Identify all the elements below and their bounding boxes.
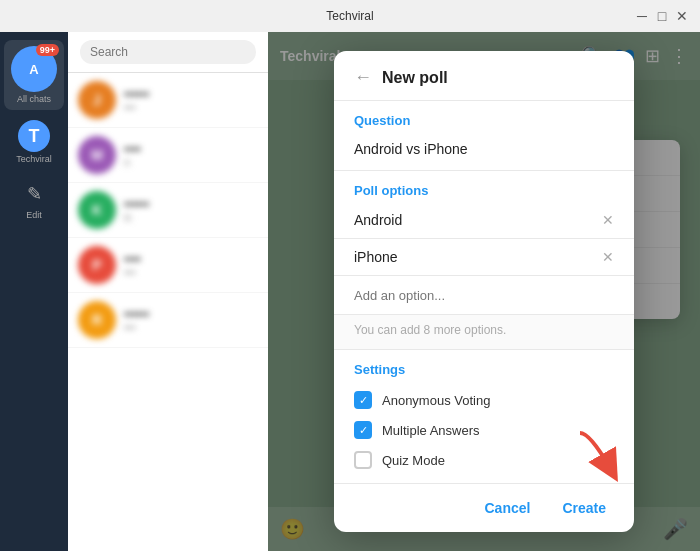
multiple-answers-row: ✓ Multiple Answers: [354, 415, 614, 445]
window-controls: ─ □ ✕: [636, 10, 688, 22]
title-bar: Techviral ─ □ ✕: [0, 0, 700, 32]
chat-info: •••••• •••: [124, 307, 258, 333]
poll-option-android-input[interactable]: [354, 212, 594, 228]
avatar: M: [78, 136, 116, 174]
clear-iphone-button[interactable]: ✕: [602, 249, 614, 265]
chat-name: ••••••: [124, 87, 258, 101]
chat-preview: •••: [124, 101, 258, 113]
close-button[interactable]: ✕: [676, 10, 688, 22]
edit-icon: ✎: [20, 180, 48, 208]
list-item[interactable]: R •••••• •••: [68, 293, 268, 348]
poll-option-iphone: ✕: [334, 239, 634, 276]
list-item[interactable]: M •••• n: [68, 128, 268, 183]
anonymous-voting-checkbox[interactable]: ✓: [354, 391, 372, 409]
question-input[interactable]: [354, 141, 614, 157]
avatar: J: [78, 81, 116, 119]
cancel-button[interactable]: Cancel: [476, 496, 538, 520]
anonymous-voting-label: Anonymous Voting: [382, 393, 490, 408]
chat-name: ••••: [124, 252, 258, 266]
multiple-answers-checkbox[interactable]: ✓: [354, 421, 372, 439]
chat-preview: •••: [124, 266, 258, 278]
chat-name: ••••••: [124, 197, 258, 211]
avatar: R: [78, 301, 116, 339]
dialog-overlay: ← New poll Question Poll options: [268, 32, 700, 551]
chat-name: ••••••: [124, 307, 258, 321]
list-item[interactable]: K •••••• ic: [68, 183, 268, 238]
dialog-title: New poll: [382, 69, 448, 87]
sidebar-item-techviral[interactable]: T Techviral: [4, 114, 64, 170]
avatar[interactable]: A 99+: [11, 46, 57, 92]
list-item[interactable]: P •••• •••: [68, 238, 268, 293]
sidebar-item-edit[interactable]: ✎ Edit: [4, 174, 64, 226]
poll-option-iphone-input[interactable]: [354, 249, 594, 265]
chat-info: •••••• •••: [124, 87, 258, 113]
check-icon: ✓: [359, 394, 368, 407]
techviral-icon: T: [18, 120, 50, 152]
search-bar: [68, 32, 268, 73]
sidebar-item-allchats[interactable]: A 99+ All chats: [4, 40, 64, 110]
chat-area: Techviral 🔍 👥 ⊞ ⋮ a group members histor…: [268, 32, 700, 551]
multiple-answers-label: Multiple Answers: [382, 423, 480, 438]
dialog-header: ← New poll: [334, 51, 634, 101]
avatar: P: [78, 246, 116, 284]
new-poll-dialog: ← New poll Question Poll options: [334, 51, 634, 532]
list-item[interactable]: J •••••• •••: [68, 73, 268, 128]
sidebar: A 99+ All chats T Techviral ✎ Edit: [0, 32, 68, 551]
notification-badge: 99+: [36, 44, 59, 56]
create-button[interactable]: Create: [554, 496, 614, 520]
settings-section: Settings ✓ Anonymous Voting ✓: [334, 350, 634, 483]
maximize-button[interactable]: □: [656, 10, 668, 22]
chat-name: ••••: [124, 142, 258, 156]
chat-info: •••• n: [124, 142, 258, 168]
sidebar-label-edit: Edit: [26, 210, 42, 220]
anonymous-voting-row: ✓ Anonymous Voting: [354, 385, 614, 415]
quiz-mode-checkbox[interactable]: [354, 451, 372, 469]
quiz-mode-label: Quiz Mode: [382, 453, 445, 468]
chat-preview: n: [124, 156, 258, 168]
dialog-footer: Cancel Create: [334, 483, 634, 532]
quiz-mode-row: Quiz Mode: [354, 445, 614, 475]
main-content: A 99+ All chats T Techviral ✎ Edit J: [0, 32, 700, 551]
search-input[interactable]: [80, 40, 256, 64]
sidebar-label-techviral: Techviral: [16, 154, 52, 164]
question-section-label: Question: [334, 101, 634, 132]
poll-option-android: ✕: [334, 202, 634, 239]
chat-info: •••••• ic: [124, 197, 258, 223]
dialog-body: Question Poll options ✕ ✕: [334, 101, 634, 483]
chat-info: •••• •••: [124, 252, 258, 278]
window-title: Techviral: [326, 9, 373, 23]
avatar: K: [78, 191, 116, 229]
sidebar-label-allchats: All chats: [17, 94, 51, 104]
clear-android-button[interactable]: ✕: [602, 212, 614, 228]
poll-options-label: Poll options: [334, 171, 634, 202]
settings-label: Settings: [354, 358, 614, 385]
app-window: Techviral ─ □ ✕ A 99+ All chats T Techvi…: [0, 0, 700, 551]
chat-preview: •••: [124, 321, 258, 333]
chat-preview: ic: [124, 211, 258, 223]
add-option-input[interactable]: [354, 288, 614, 303]
check-icon: ✓: [359, 424, 368, 437]
chat-list-panel: J •••••• ••• M •••• n K •••••: [68, 32, 268, 551]
minimize-button[interactable]: ─: [636, 10, 648, 22]
more-options-info: You can add 8 more options.: [334, 315, 634, 350]
question-input-row: [334, 132, 634, 171]
chat-items: J •••••• ••• M •••• n K •••••: [68, 73, 268, 551]
back-icon[interactable]: ←: [354, 67, 372, 88]
add-option-row: [334, 276, 634, 315]
avatar-initial: A: [29, 62, 38, 77]
